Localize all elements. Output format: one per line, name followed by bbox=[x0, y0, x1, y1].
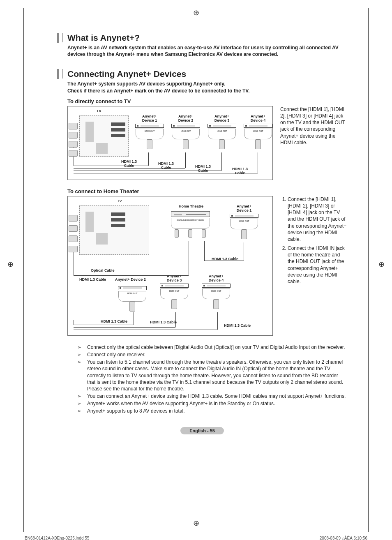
note-text-3: You can connect an Anynet+ device using … bbox=[87, 393, 346, 399]
note-item: ➢Connect only one receiver. bbox=[77, 351, 348, 358]
d1-cable1-label: HDMI 1.3Cable bbox=[121, 160, 137, 168]
d1-tv-label: TV bbox=[97, 109, 101, 113]
diagram-home-theater: TV Home Theatre Anynet+Device 1 Anynet+ … bbox=[67, 196, 273, 336]
note-item: ➢Anynet+ works when the AV device suppor… bbox=[77, 400, 348, 407]
print-file-info: BN68-01412A-X0Eng-0225.indd 55 bbox=[25, 536, 89, 540]
d2-step-1: Connect the [HDMI 1], [HDMI 2], [HDMI 3]… bbox=[288, 196, 348, 242]
note-text-2: You can listen to 5.1 channel sound thro… bbox=[87, 359, 348, 392]
note-arrow-icon: ➢ bbox=[77, 344, 84, 351]
page-number-badge: English - 55 bbox=[180, 427, 224, 434]
page-footer: English - 55 bbox=[57, 427, 348, 434]
registration-mark-right: ⊕ bbox=[378, 260, 385, 269]
d2-device-1: Anynet+Device 1 bbox=[228, 205, 260, 239]
diagram2-row: TV Home Theatre Anynet+Device 1 Anynet+ … bbox=[57, 196, 348, 336]
d2-hdmi-b3-label: HDMI 1.3 Cable bbox=[224, 324, 251, 328]
note-arrow-icon: ➢ bbox=[77, 408, 84, 414]
registration-mark-top: ⊕ bbox=[193, 8, 199, 17]
d1-dev2-title: Anynet+Device 2 bbox=[170, 115, 202, 123]
section2-title: Connecting Anynet+ Devices bbox=[57, 69, 348, 79]
d2-device-4: Anynet+Device 4 bbox=[200, 275, 232, 309]
subhead-direct-connect: To directly connect to TV bbox=[57, 98, 348, 104]
d1-side-plug-1 bbox=[69, 123, 78, 129]
d2-ht-label: Home Theatre bbox=[179, 205, 203, 209]
section2-intro: The Anynet+ system supports AV devices s… bbox=[57, 81, 348, 94]
note-arrow-icon: ➢ bbox=[77, 400, 84, 407]
d1-device-1: Anynet+Device 1 bbox=[134, 115, 166, 149]
d1-device-3: Anynet+Device 3 bbox=[206, 115, 238, 149]
note-item: ➢You can listen to 5.1 channel sound thr… bbox=[77, 359, 348, 392]
section2-title-text: Connecting Anynet+ Devices bbox=[62, 69, 186, 78]
note-arrow-icon: ➢ bbox=[77, 351, 84, 358]
d2-side-text: Connect the [HDMI 1], [HDMI 2], [HDMI 3]… bbox=[280, 196, 348, 287]
note-text-4: Anynet+ works when the AV device support… bbox=[87, 400, 275, 407]
print-timestamp: 2008-03-09 ¿ÀÈÄ 6:10:56 bbox=[320, 536, 367, 540]
note-arrow-icon: ➢ bbox=[77, 393, 84, 399]
note-text-0: Connect only the optical cable between [… bbox=[87, 344, 345, 351]
subhead-home-theater: To connect to Home Theater bbox=[57, 188, 348, 194]
diagram1-row: TV Anynet+Device 1 Anynet+Device 2 Anyne… bbox=[57, 106, 348, 180]
d2-home-theatre bbox=[170, 210, 211, 238]
d2-dev4-title: Anynet+Device 4 bbox=[200, 275, 232, 283]
d2-device-2 bbox=[116, 281, 148, 312]
manual-page: ⊕ ⊕ ⊕ What is Anynet+? Anynet+ is an AV … bbox=[23, 8, 369, 532]
d1-side-text: Connect the [HDMI 1], [HDMI 2], [HDMI 3]… bbox=[280, 106, 348, 146]
section1-intro: Anynet+ is an AV network system that ena… bbox=[57, 44, 348, 58]
note-item: ➢Connect only the optical cable between … bbox=[77, 344, 348, 351]
d1-device-4: Anynet+Device 4 bbox=[242, 115, 274, 149]
section1-title: What is Anynet+? bbox=[57, 33, 348, 43]
d1-cable4-label: HDMI 1.3Cable bbox=[232, 167, 248, 175]
note-arrow-icon: ➢ bbox=[77, 359, 84, 365]
d2-hdmi-left-label: HDMI 1.3 Cable bbox=[79, 278, 106, 282]
note-text-5: Anynet+ supports up to 8 AV devices in t… bbox=[87, 408, 185, 414]
d2-hdmi-b1-label: HDMI 1.3 Cable bbox=[101, 320, 127, 324]
print-footer: BN68-01412A-X0Eng-0225.indd 55 2008-03-0… bbox=[0, 536, 392, 540]
d1-dev4-title: Anynet+Device 4 bbox=[242, 115, 274, 123]
d2-side-plug-2 bbox=[69, 225, 78, 232]
d1-dev3-title: Anynet+Device 3 bbox=[206, 115, 238, 123]
d2-side-plug-4 bbox=[69, 246, 78, 252]
d1-tv-panel bbox=[79, 115, 129, 157]
d2-tv-label: TV bbox=[117, 199, 122, 203]
section2-intro-line2: Check if there is an Anynet+ mark on the… bbox=[67, 88, 348, 94]
note-item: ➢Anynet+ supports up to 8 AV devices in … bbox=[77, 408, 348, 414]
d2-hdmi-b2-label: HDMI 1.3 Cable bbox=[150, 321, 177, 325]
note-text-1: Connect only one receiver. bbox=[87, 351, 145, 358]
note-item: ➢You can connect an Anynet+ device using… bbox=[77, 393, 348, 399]
registration-mark-left: ⊕ bbox=[7, 260, 14, 269]
d2-dev1-title: Anynet+Device 1 bbox=[228, 205, 260, 213]
d1-device-2: Anynet+Device 2 bbox=[170, 115, 202, 149]
d1-side-plug-3 bbox=[69, 141, 78, 148]
notes-list: ➢Connect only the optical cable between … bbox=[57, 344, 348, 415]
d1-side-plug-4 bbox=[69, 150, 78, 157]
section1-title-text: What is Anynet+? bbox=[62, 33, 140, 42]
d2-side-plug-1 bbox=[69, 215, 78, 222]
section2-intro-line1: The Anynet+ system supports AV devices s… bbox=[67, 81, 348, 87]
registration-mark-bottom: ⊕ bbox=[193, 519, 199, 528]
d2-optical-label: Optical Cable bbox=[91, 269, 115, 273]
d1-dev1-title: Anynet+Device 1 bbox=[134, 115, 166, 123]
d2-tv-panel bbox=[79, 205, 149, 255]
d2-step-2: Connect the HDMI IN jack of the home the… bbox=[288, 245, 348, 285]
d2-device-3: Anynet+Device 3 bbox=[158, 275, 190, 309]
d1-cable2-label: HDMI 1.3Cable bbox=[158, 162, 174, 170]
d1-side-plug-2 bbox=[69, 132, 78, 138]
diagram-direct-connect: TV Anynet+Device 1 Anynet+Device 2 Anyne… bbox=[67, 106, 273, 180]
d2-side-plug-3 bbox=[69, 235, 78, 242]
d1-cable3-label: HDMI 1.3Cable bbox=[195, 165, 211, 173]
